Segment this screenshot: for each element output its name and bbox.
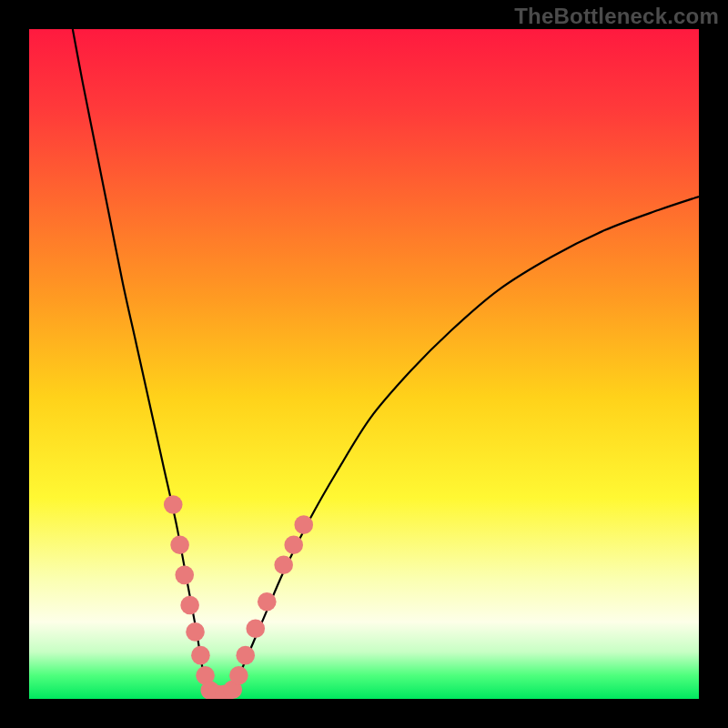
highlight-dot <box>258 592 277 612</box>
highlight-dot <box>175 566 194 585</box>
highlight-dot <box>294 515 313 534</box>
plot-area <box>29 29 699 699</box>
highlight-dot <box>246 619 265 638</box>
highlight-dot <box>186 622 205 642</box>
highlight-dot <box>164 495 183 514</box>
chart-frame: TheBottleneck.com <box>0 0 728 728</box>
chart-svg <box>29 29 699 699</box>
watermark-text: TheBottleneck.com <box>514 4 719 29</box>
highlight-dot <box>274 555 293 574</box>
gradient-background <box>29 29 699 699</box>
highlight-dot <box>229 666 248 685</box>
highlight-dot <box>236 646 255 665</box>
highlight-dot <box>170 535 189 554</box>
highlight-dot <box>180 596 199 615</box>
highlight-dot <box>284 535 303 554</box>
highlight-dot <box>191 646 210 665</box>
